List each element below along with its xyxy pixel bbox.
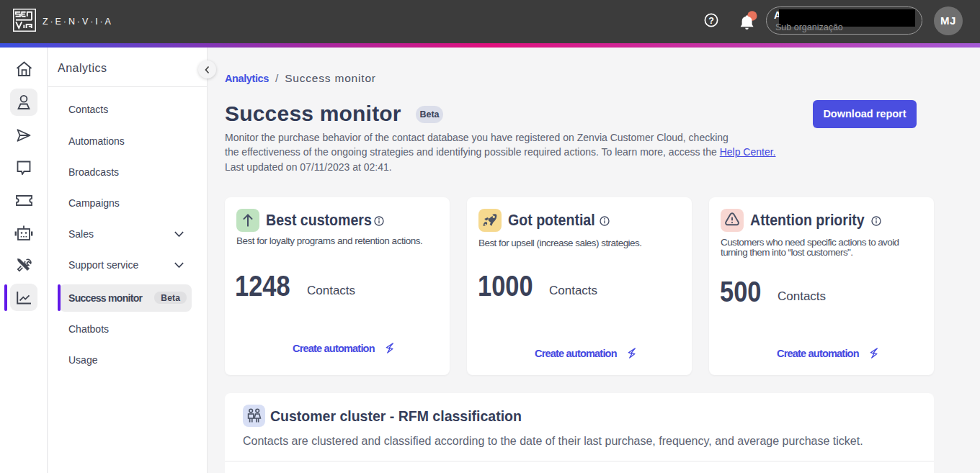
svg-text:?: ?	[708, 15, 714, 25]
